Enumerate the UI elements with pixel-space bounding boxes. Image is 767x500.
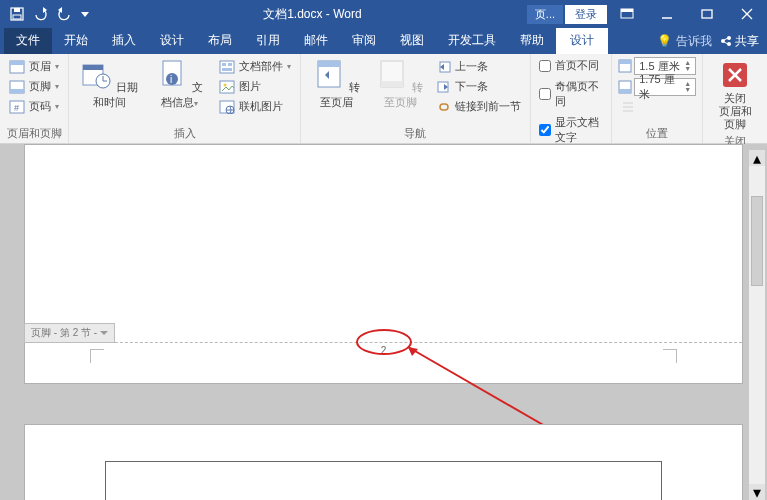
quick-access-toolbar — [0, 3, 98, 25]
footer-label: 页脚 — [29, 79, 51, 94]
login-button[interactable]: 登录 — [565, 5, 607, 24]
date-time-icon — [81, 59, 113, 91]
date-time-button[interactable]: 日期和时间 — [75, 57, 144, 112]
scroll-thumb[interactable] — [751, 196, 763, 286]
svg-rect-24 — [83, 65, 103, 70]
svg-rect-50 — [619, 60, 631, 64]
page-number-icon: # — [9, 100, 25, 114]
tab-hf-design[interactable]: 设计 — [556, 28, 608, 54]
online-pictures-button[interactable]: 联机图片 — [216, 97, 294, 116]
link-previous-icon — [437, 101, 451, 113]
group-insert: 日期和时间 i 文档信息▾ 文档部件▾ 图片 联机图片 插入 — [69, 54, 301, 143]
next-section-button[interactable]: 下一条 — [434, 77, 524, 96]
tell-me-button[interactable]: 💡告诉我 — [657, 33, 712, 50]
close-header-footer-button[interactable]: 关闭 页眉和页脚 — [709, 57, 761, 134]
page-content-frame — [105, 461, 662, 500]
previous-section-button[interactable]: 上一条 — [434, 57, 524, 76]
annotation-ellipse — [356, 329, 412, 355]
vertical-scrollbar[interactable]: ▴ ▾ — [749, 150, 765, 500]
close-button[interactable] — [727, 0, 767, 28]
group-label-hf: 页眉和页脚 — [6, 126, 62, 142]
share-label: 共享 — [735, 33, 759, 50]
next-icon — [437, 81, 451, 93]
tab-home[interactable]: 开始 — [52, 28, 100, 54]
goto-header-button[interactable]: 转至页眉 — [307, 57, 366, 112]
page-2[interactable] — [24, 424, 743, 500]
page-number-button[interactable]: #页码▾ — [6, 97, 62, 116]
footer-button[interactable]: 页脚▾ — [6, 77, 62, 96]
svg-text:#: # — [14, 103, 19, 113]
group-options: 首页不同 奇偶页不同 显示文档文字 选项 — [531, 54, 612, 143]
footer-from-bottom-input[interactable]: 1.75 厘米▲▼ — [618, 78, 696, 96]
footer-region[interactable]: 页脚 - 第 2 节 - 2 — [25, 342, 742, 343]
tab-file[interactable]: 文件 — [4, 28, 52, 54]
tab-mailings[interactable]: 邮件 — [292, 28, 340, 54]
tab-help[interactable]: 帮助 — [508, 28, 556, 54]
goto-footer-button: 转至页脚 — [370, 57, 429, 112]
link-previous-label: 链接到前一节 — [455, 99, 521, 114]
close-hf-label: 关闭 页眉和页脚 — [719, 92, 752, 130]
header-label: 页眉 — [29, 59, 51, 74]
tab-review[interactable]: 审阅 — [340, 28, 388, 54]
svg-rect-9 — [702, 10, 712, 18]
link-to-previous-button[interactable]: 链接到前一节 — [434, 97, 524, 116]
svg-rect-32 — [222, 63, 226, 66]
footer-icon — [9, 80, 25, 94]
minimize-button[interactable] — [647, 0, 687, 28]
pictures-button[interactable]: 图片 — [216, 77, 294, 96]
tab-references[interactable]: 引用 — [244, 28, 292, 54]
doc-info-button[interactable]: i 文档信息▾ — [148, 57, 212, 112]
different-first-page-checkbox[interactable]: 首页不同 — [537, 57, 605, 74]
pictures-icon — [219, 80, 235, 94]
header-button[interactable]: 页眉▾ — [6, 57, 62, 76]
svg-rect-33 — [228, 63, 232, 66]
ribbon-tabs: 文件 开始 插入 设计 布局 引用 邮件 审阅 视图 开发工具 帮助 设计 💡告… — [0, 28, 767, 54]
svg-marker-5 — [81, 12, 89, 17]
different-odd-even-checkbox[interactable]: 奇偶页不同 — [537, 78, 605, 110]
tab-insert[interactable]: 插入 — [100, 28, 148, 54]
redo-button[interactable] — [54, 3, 76, 25]
scroll-track[interactable] — [749, 166, 765, 484]
tab-developer[interactable]: 开发工具 — [436, 28, 508, 54]
share-button[interactable]: 共享 — [720, 33, 759, 50]
scroll-up-button[interactable]: ▴ — [749, 150, 765, 166]
save-button[interactable] — [6, 3, 28, 25]
tab-layout[interactable]: 布局 — [196, 28, 244, 54]
group-header-footer: 页眉▾ 页脚▾ #页码▾ 页眉和页脚 — [0, 54, 69, 143]
tab-view[interactable]: 视图 — [388, 28, 436, 54]
undo-button[interactable] — [30, 3, 52, 25]
next-label: 下一条 — [455, 79, 488, 94]
header-distance-icon — [618, 59, 632, 73]
svg-rect-41 — [318, 61, 340, 67]
maximize-button[interactable] — [687, 0, 727, 28]
qat-customize-button[interactable] — [78, 3, 92, 25]
ribbon: 页眉▾ 页脚▾ #页码▾ 页眉和页脚 日期和时间 i 文档信息▾ 文档部件▾ 图… — [0, 54, 767, 144]
goto-header-icon — [314, 59, 346, 91]
svg-rect-31 — [220, 61, 234, 73]
scroll-down-button[interactable]: ▾ — [749, 484, 765, 500]
tell-me-label: 告诉我 — [676, 33, 712, 50]
document-area: 页脚 - 第 2 节 - 2 — [0, 144, 767, 500]
tab-design[interactable]: 设计 — [148, 28, 196, 54]
show-document-text-checkbox[interactable]: 显示文档文字 — [537, 114, 605, 146]
online-pictures-label: 联机图片 — [239, 99, 283, 114]
diff-odd-even-label: 奇偶页不同 — [555, 79, 603, 109]
page-number-label: 页码 — [29, 99, 51, 114]
pictures-label: 图片 — [239, 79, 261, 94]
window-title: 文档1.docx - Word — [98, 6, 527, 23]
group-close: 关闭 页眉和页脚 关闭 — [703, 54, 767, 143]
footer-distance-value: 1.75 厘米 — [639, 72, 684, 102]
show-doc-text-label: 显示文档文字 — [555, 115, 603, 145]
group-navigation: 转至页眉 转至页脚 上一条 下一条 链接到前一节 导航 — [301, 54, 531, 143]
ribbon-display-options-button[interactable] — [607, 0, 647, 28]
page-1[interactable]: 页脚 - 第 2 节 - 2 — [24, 144, 743, 384]
group-label-position: 位置 — [618, 126, 696, 142]
quick-parts-button[interactable]: 文档部件▾ — [216, 57, 294, 76]
svg-rect-18 — [10, 61, 24, 65]
footer-section-tag[interactable]: 页脚 - 第 2 节 - — [24, 323, 115, 343]
svg-rect-35 — [220, 81, 234, 93]
svg-rect-2 — [13, 15, 21, 19]
svg-rect-20 — [10, 89, 24, 93]
online-pictures-icon — [219, 100, 235, 114]
insert-alignment-tab-button — [618, 99, 696, 115]
